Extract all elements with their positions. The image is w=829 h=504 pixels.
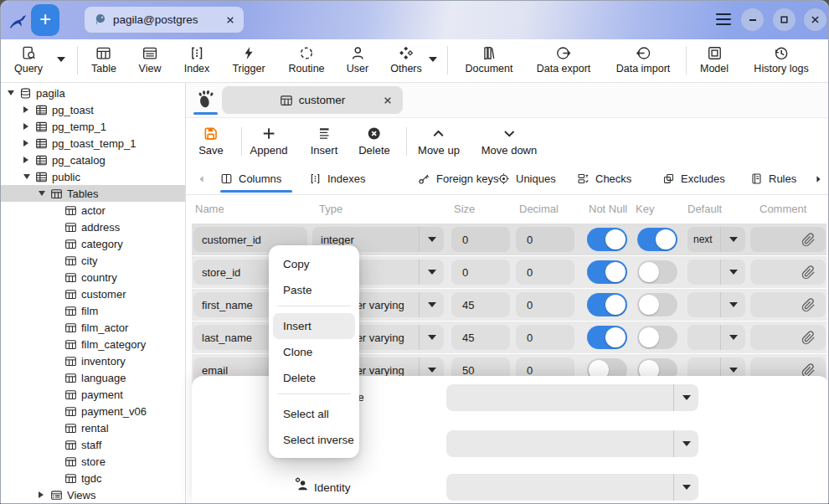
tree-item-pg-toast[interactable]: pg_toast: [1, 101, 185, 118]
scroll-tabs-left-icon[interactable]: [196, 172, 208, 186]
tab-customer[interactable]: customer: [222, 86, 403, 114]
tree-item-pg-catalog[interactable]: pg_catalog: [1, 152, 185, 168]
tab-columns[interactable]: Columns: [220, 165, 281, 193]
menu-item-select-inverse[interactable]: Select inverse: [269, 427, 359, 453]
chevron-down-icon[interactable]: [420, 260, 444, 285]
others-button[interactable]: Others: [390, 45, 422, 75]
default-dropdown[interactable]: [687, 292, 745, 317]
menu-item-clone[interactable]: Clone: [269, 339, 359, 365]
menu-item-paste[interactable]: Paste: [269, 277, 359, 303]
size-field[interactable]: 0: [451, 260, 510, 285]
tree-item-language[interactable]: language: [1, 369, 185, 386]
chevron-down-icon[interactable]: [674, 430, 698, 457]
menu-item-insert[interactable]: Insert: [273, 313, 355, 339]
expander-right-icon[interactable]: [23, 106, 35, 113]
not-null-toggle[interactable]: [587, 326, 627, 349]
table-button[interactable]: Table: [91, 45, 116, 75]
size-field[interactable]: 0: [451, 227, 510, 252]
tree-item-payment-v06[interactable]: payment_v06: [1, 403, 185, 419]
chevron-down-icon[interactable]: [721, 325, 745, 350]
decimal-field[interactable]: 0: [516, 227, 574, 252]
sequence-dropdown[interactable]: [446, 384, 698, 411]
tree-item-country[interactable]: country: [1, 269, 185, 285]
tree-item-pg-temp-1[interactable]: pg_temp_1: [1, 118, 185, 135]
history-logs-button[interactable]: History logs: [754, 45, 808, 75]
not-null-toggle[interactable]: [587, 260, 627, 284]
expander-right-icon[interactable]: [23, 140, 35, 147]
tree-item-store[interactable]: store: [1, 453, 185, 470]
tree-item-views[interactable]: Views: [1, 486, 185, 503]
tab-checks[interactable]: Checks: [577, 165, 631, 193]
tree-item-pagila[interactable]: pagila: [1, 85, 185, 101]
comment-field[interactable]: [750, 227, 826, 252]
document-button[interactable]: Document: [466, 45, 513, 75]
chevron-down-icon[interactable]: [674, 384, 698, 411]
decimal-field[interactable]: 0: [516, 325, 574, 350]
tree-item-public[interactable]: public: [1, 168, 185, 185]
tree-item-staff[interactable]: staff: [1, 436, 185, 453]
tab-rules[interactable]: Rules: [750, 165, 796, 193]
expander-down-icon[interactable]: [8, 90, 19, 95]
key-toggle[interactable]: [637, 326, 677, 349]
not-null-toggle[interactable]: [587, 228, 627, 251]
maximize-button[interactable]: [773, 8, 796, 31]
menu-item-copy[interactable]: Copy: [269, 251, 359, 277]
key-toggle[interactable]: [637, 228, 677, 251]
chevron-down-icon[interactable]: [420, 325, 444, 350]
tree-item-film-category[interactable]: film_category: [1, 336, 185, 352]
property-dropdown[interactable]: [446, 430, 698, 457]
not-null-toggle[interactable]: [587, 293, 627, 316]
chevron-down-icon[interactable]: [721, 227, 745, 252]
minimize-button[interactable]: [741, 8, 764, 31]
close-window-button[interactable]: [804, 8, 826, 31]
delete-button[interactable]: Delete: [358, 126, 390, 157]
view-button[interactable]: View: [139, 45, 162, 75]
insert-button[interactable]: Insert: [311, 126, 338, 157]
chevron-down-icon[interactable]: [674, 474, 698, 501]
tab-indexes[interactable]: Indexes: [309, 165, 366, 193]
comment-field[interactable]: [750, 260, 826, 285]
tree-item-category[interactable]: category: [1, 235, 185, 252]
identity-dropdown[interactable]: [446, 474, 698, 501]
tree-item-film-actor[interactable]: film_actor: [1, 319, 185, 336]
expander-right-icon[interactable]: [39, 491, 50, 498]
expander-down-icon[interactable]: [39, 191, 50, 196]
tree-item-tgdc[interactable]: tgdc: [1, 470, 185, 486]
size-field[interactable]: 45: [451, 325, 510, 350]
tab-foreign-keys[interactable]: Foreign keys: [418, 165, 498, 193]
user-button[interactable]: User: [347, 45, 368, 75]
expander-down-icon[interactable]: [23, 174, 35, 179]
tree-item-customer[interactable]: customer: [1, 285, 185, 302]
new-connection-tab-button[interactable]: +: [31, 4, 59, 36]
tree-item-pg-toast-temp-1[interactable]: pg_toast_temp_1: [1, 135, 185, 152]
others-dropdown-button[interactable]: [429, 57, 437, 62]
chevron-down-icon[interactable]: [420, 227, 444, 252]
tab-excludes[interactable]: Excludes: [662, 165, 725, 193]
move-up-button[interactable]: Move up: [418, 126, 460, 157]
home-tab[interactable]: [193, 87, 219, 112]
default-dropdown[interactable]: [687, 325, 745, 350]
data-import-button[interactable]: Data import: [616, 45, 671, 75]
tree-item-city[interactable]: city: [1, 252, 185, 269]
close-icon[interactable]: [225, 15, 235, 25]
model-button[interactable]: Model: [700, 45, 729, 75]
routine-button[interactable]: Routine: [288, 45, 324, 75]
tree-item-film[interactable]: film: [1, 302, 185, 319]
expander-right-icon[interactable]: [23, 123, 35, 130]
tree-item-inventory[interactable]: inventory: [1, 352, 185, 369]
data-export-button[interactable]: Data export: [537, 45, 591, 75]
chevron-down-icon[interactable]: [420, 292, 444, 317]
size-field[interactable]: 45: [451, 292, 510, 317]
query-dropdown-button[interactable]: [57, 57, 65, 62]
index-button[interactable]: Index: [184, 45, 210, 75]
decimal-field[interactable]: 0: [516, 260, 574, 285]
expander-right-icon[interactable]: [23, 157, 35, 163]
menu-item-delete[interactable]: Delete: [269, 365, 359, 391]
tab-uniques[interactable]: Uniques: [497, 165, 556, 193]
move-down-button[interactable]: Move down: [481, 126, 537, 157]
tree-item-rental[interactable]: rental: [1, 419, 185, 436]
menu-item-select-all[interactable]: Select all: [269, 401, 359, 427]
tree-item-tables[interactable]: Tables: [1, 185, 185, 202]
chevron-down-icon[interactable]: [721, 260, 745, 285]
default-dropdown[interactable]: next: [687, 227, 745, 252]
